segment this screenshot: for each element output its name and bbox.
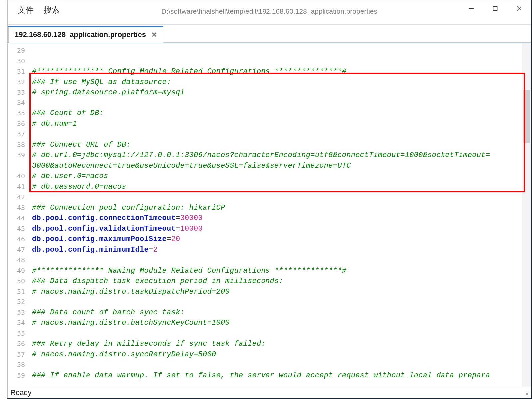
- code-line: [32, 192, 531, 203]
- tab-label: 192.168.60.128_application.properties: [15, 30, 146, 39]
- code-line: ### If use MySQL as datasource:: [32, 77, 531, 88]
- line-number: 55: [8, 328, 29, 339]
- line-number: 51: [8, 287, 29, 297]
- code-line: [32, 297, 531, 307]
- line-number: 58: [8, 360, 29, 370]
- svg-point-8: [526, 394, 527, 395]
- line-number-gutter: 2930313233343536373839404142434445464748…: [8, 43, 29, 387]
- line-number: 53: [8, 307, 29, 318]
- status-text: Ready: [10, 388, 32, 397]
- code-line: [32, 45, 531, 56]
- line-number: 29: [8, 45, 29, 56]
- tab-bar: 192.168.60.128_application.properties ✕: [8, 25, 531, 43]
- line-number: 34: [8, 98, 29, 108]
- code-line: [32, 360, 531, 370]
- svg-point-5: [526, 393, 527, 394]
- close-icon: [516, 6, 522, 11]
- code-line: db.pool.config.connectionTimeout=30000: [32, 213, 531, 224]
- line-number: 31: [8, 66, 29, 77]
- code-line: [32, 255, 531, 266]
- line-number: 49: [8, 266, 29, 276]
- line-number: 59: [8, 370, 29, 381]
- line-number: 46: [8, 234, 29, 245]
- line-number: [8, 161, 29, 171]
- line-number: 50: [8, 276, 29, 287]
- line-number: 45: [8, 224, 29, 234]
- line-number: 43: [8, 203, 29, 213]
- code-line: ### Retry delay in milliseconds if sync …: [32, 339, 531, 349]
- menu-bar: 文件 搜索: [8, 0, 60, 15]
- code-line: # db.password.0=nacos: [32, 182, 531, 192]
- line-number: 56: [8, 339, 29, 349]
- code-content[interactable]: #*************** Config Module Related C…: [29, 43, 531, 387]
- code-line: db.pool.config.minimumIdle=2: [32, 245, 531, 255]
- line-number: 52: [8, 297, 29, 307]
- line-number: 41: [8, 182, 29, 192]
- code-line: ### Data dispatch task execution period …: [32, 276, 531, 287]
- svg-rect-1: [493, 6, 497, 10]
- code-line: # db.num=1: [32, 119, 531, 129]
- maximize-button[interactable]: [483, 0, 507, 16]
- status-bar: Ready: [8, 387, 531, 398]
- line-number: 38: [8, 140, 29, 150]
- line-number: 57: [8, 349, 29, 360]
- code-line: # nacos.naming.distro.syncRetryDelay=500…: [32, 349, 531, 360]
- tab-close-icon[interactable]: ✕: [151, 31, 157, 39]
- code-line: db.pool.config.validationTimeout=10000: [32, 224, 531, 234]
- code-line: db.pool.config.maximumPoolSize=20: [32, 234, 531, 245]
- background-app-strip: . ,: [0, 0, 7, 399]
- maximize-icon: [492, 6, 498, 11]
- line-number: 33: [8, 87, 29, 98]
- code-line: ### Data count of batch sync task:: [32, 307, 531, 318]
- menu-search[interactable]: 搜索: [44, 5, 60, 15]
- menu-file[interactable]: 文件: [18, 5, 34, 15]
- line-number: 39: [8, 150, 29, 161]
- code-line: #*************** Config Module Related C…: [32, 66, 531, 77]
- code-line: [32, 98, 531, 108]
- line-number: 42: [8, 192, 29, 203]
- code-line: # db.user.0=nacos: [32, 171, 531, 182]
- code-line: # nacos.naming.distro.taskDispatchPeriod…: [32, 287, 531, 297]
- editor-window: 文件 搜索 D:\software\finalshell\temp\edit\1…: [7, 0, 531, 398]
- svg-point-9: [527, 394, 528, 395]
- svg-point-4: [527, 392, 528, 392]
- window-title-path: D:\software\finalshell\temp\edit\192.168…: [161, 7, 377, 15]
- line-number: 32: [8, 77, 29, 88]
- line-number: 37: [8, 129, 29, 140]
- code-line: # db.url.0=jdbc:mysql://127.0.0.1:3306/n…: [32, 150, 531, 161]
- code-line: [32, 328, 531, 339]
- code-line: [32, 56, 531, 67]
- code-line: # nacos.naming.distro.batchSyncKeyCount=…: [32, 318, 531, 328]
- code-line: ### If enable data warmup. If set to fal…: [32, 370, 531, 381]
- line-number: 44: [8, 213, 29, 224]
- code-line: # spring.datasource.platform=mysql: [32, 87, 531, 98]
- line-number: 35: [8, 108, 29, 119]
- line-number: 30: [8, 56, 29, 67]
- close-button[interactable]: [507, 0, 531, 16]
- scrollbar-thumb[interactable]: [523, 90, 530, 143]
- code-line: ### Count of DB:: [32, 108, 531, 119]
- vertical-scrollbar[interactable]: [522, 43, 531, 387]
- line-number: 48: [8, 255, 29, 266]
- minimize-icon: [468, 6, 474, 11]
- minimize-button[interactable]: [459, 0, 483, 16]
- line-number: 36: [8, 119, 29, 129]
- resize-grip-icon[interactable]: [523, 390, 528, 395]
- code-line: ### Connect URL of DB:: [32, 140, 531, 150]
- tab-active[interactable]: 192.168.60.128_application.properties ✕: [8, 26, 163, 43]
- line-number: 47: [8, 245, 29, 255]
- title-bar: 文件 搜索 D:\software\finalshell\temp\edit\1…: [8, 0, 531, 25]
- window-controls: [459, 0, 531, 16]
- svg-point-6: [527, 393, 528, 394]
- line-number: 54: [8, 318, 29, 328]
- line-number: 40: [8, 171, 29, 182]
- code-line: 3000&autoReconnect=true&useUnicode=true&…: [32, 161, 531, 171]
- code-line: #*************** Naming Module Related C…: [32, 266, 531, 276]
- code-line: ### Connection pool configuration: hikar…: [32, 203, 531, 213]
- svg-point-7: [525, 394, 525, 395]
- code-line: [32, 129, 531, 140]
- editor-area: 2930313233343536373839404142434445464748…: [8, 43, 531, 387]
